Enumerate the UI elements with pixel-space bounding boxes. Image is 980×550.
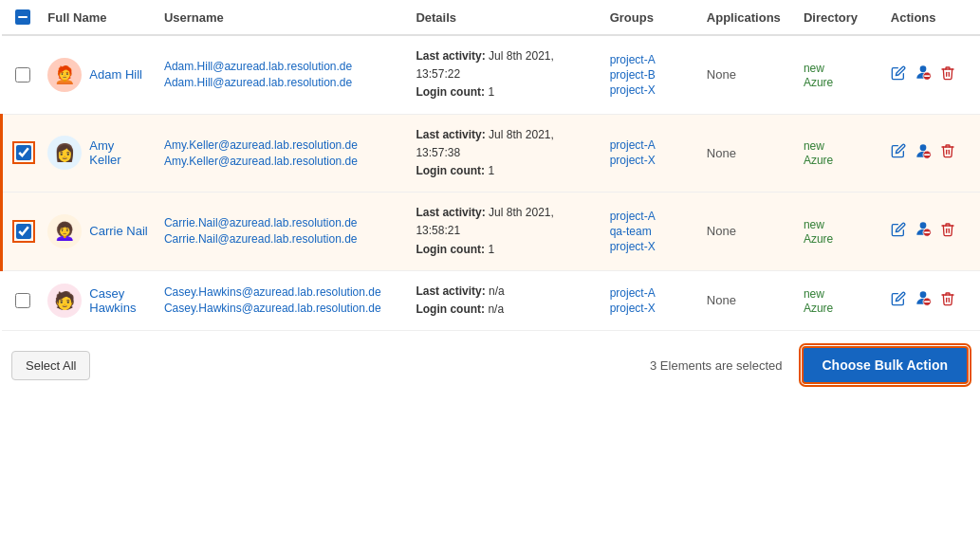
- user-email-primary[interactable]: Adam.Hill@azuread.lab.resolution.de: [164, 60, 401, 73]
- col-header-directory: Directory: [796, 0, 883, 35]
- user-email-secondary[interactable]: Amy.Keller@azuread.lab.resolution.de: [164, 155, 401, 168]
- user-groups: project-Aqa-teamproject-X: [610, 210, 692, 253]
- directory-link[interactable]: newAzure: [804, 287, 833, 315]
- user-groups: project-Aproject-X: [610, 138, 692, 167]
- user-name-link[interactable]: Carrie Nail: [89, 224, 147, 238]
- avatar: 🧑‍🦰: [47, 58, 82, 92]
- col-header-applications: Applications: [699, 0, 796, 35]
- group-link[interactable]: project-X: [610, 302, 692, 315]
- user-details: Last activity: Jul 8th 2021, 13:57:22Log…: [408, 35, 601, 114]
- user-directory: newAzure: [796, 114, 883, 192]
- user-applications: None: [699, 270, 796, 330]
- user-name-link[interactable]: Casey Hawkins: [89, 286, 149, 315]
- row-checkbox-carrie-nail[interactable]: [14, 224, 32, 239]
- table-row: 🧑Casey HawkinsCasey.Hawkins@azuread.lab.…: [2, 270, 981, 330]
- select-all-header-checkbox[interactable]: [13, 9, 33, 25]
- group-link[interactable]: project-X: [610, 83, 692, 97]
- users-table: Full Name Username Details Groups Applic…: [0, 0, 980, 331]
- group-link[interactable]: project-X: [610, 154, 692, 167]
- user-email-primary[interactable]: Amy.Keller@azuread.lab.resolution.de: [164, 138, 401, 152]
- avatar: 🧑: [47, 284, 82, 318]
- user-email-secondary[interactable]: Casey.Hawkins@azuread.lab.resolution.de: [164, 302, 401, 315]
- main-container: Full Name Username Details Groups Applic…: [0, 0, 980, 550]
- user-directory: newAzure: [796, 270, 883, 330]
- col-header-username: Username: [157, 0, 409, 35]
- table-row: 👩Amy KellerAmy.Keller@azuread.lab.resolu…: [2, 114, 981, 192]
- group-link[interactable]: project-A: [610, 210, 692, 223]
- col-header-fullname: Full Name: [40, 0, 157, 35]
- user-actions: [891, 141, 972, 165]
- row-checkbox-amy-keller[interactable]: [14, 145, 32, 160]
- table-row: 👩‍🦱Carrie NailCarrie.Nail@azuread.lab.re…: [2, 192, 981, 271]
- user-applications: None: [699, 114, 796, 192]
- footer: Select All 3 Elements are selected Choos…: [0, 331, 980, 395]
- delete-icon[interactable]: [940, 65, 955, 84]
- delete-icon[interactable]: [940, 291, 955, 310]
- col-header-details: Details: [408, 0, 601, 35]
- group-link[interactable]: project-A: [610, 138, 692, 152]
- row-checkbox-adam-hill[interactable]: [13, 67, 33, 82]
- elements-selected-count: 3 Elements are selected: [650, 358, 782, 373]
- col-header-groups: Groups: [602, 0, 699, 35]
- block-user-icon[interactable]: [914, 288, 933, 312]
- group-link[interactable]: qa-team: [610, 225, 692, 238]
- user-applications: None: [699, 192, 796, 271]
- block-user-icon[interactable]: [914, 141, 933, 165]
- group-link[interactable]: project-A: [610, 53, 692, 66]
- user-email-primary[interactable]: Carrie.Nail@azuread.lab.resolution.de: [164, 216, 401, 229]
- group-link[interactable]: project-B: [610, 68, 692, 82]
- avatar: 👩‍🦱: [47, 214, 82, 248]
- delete-icon[interactable]: [940, 222, 955, 241]
- svg-point-6: [919, 223, 926, 229]
- directory-link[interactable]: newAzure: [804, 139, 833, 167]
- user-actions: [891, 288, 972, 312]
- user-email-secondary[interactable]: Adam.Hill@azuread.lab.resolution.de: [164, 76, 401, 89]
- user-name-link[interactable]: Adam Hill: [89, 67, 142, 82]
- user-email-secondary[interactable]: Carrie.Nail@azuread.lab.resolution.de: [164, 232, 401, 246]
- user-name-link[interactable]: Amy Keller: [89, 138, 149, 167]
- svg-point-9: [919, 292, 926, 299]
- directory-link[interactable]: newAzure: [804, 218, 833, 246]
- svg-point-0: [919, 66, 926, 73]
- user-directory: newAzure: [796, 192, 883, 271]
- directory-link[interactable]: newAzure: [804, 62, 833, 89]
- row-checkbox-casey-hawkins[interactable]: [13, 293, 33, 308]
- user-email-primary[interactable]: Casey.Hawkins@azuread.lab.resolution.de: [164, 285, 401, 299]
- avatar: 👩: [47, 136, 82, 170]
- select-all-button[interactable]: Select All: [11, 351, 90, 380]
- user-groups: project-Aproject-X: [610, 286, 692, 315]
- user-actions: [891, 63, 972, 86]
- user-actions: [891, 219, 972, 243]
- edit-icon[interactable]: [891, 65, 906, 84]
- user-details: Last activity: Jul 8th 2021, 13:58:21Log…: [408, 192, 601, 271]
- edit-icon[interactable]: [891, 291, 906, 310]
- svg-point-3: [919, 144, 926, 151]
- bulk-action-button[interactable]: Choose Bulk Action: [802, 346, 970, 384]
- user-groups: project-Aproject-Bproject-X: [610, 53, 692, 97]
- block-user-icon[interactable]: [914, 63, 933, 86]
- delete-icon[interactable]: [940, 143, 955, 162]
- table-row: 🧑‍🦰Adam HillAdam.Hill@azuread.lab.resolu…: [2, 35, 981, 114]
- group-link[interactable]: project-A: [610, 286, 692, 300]
- user-details: Last activity: n/aLogin count: n/a: [408, 270, 601, 330]
- footer-right: 3 Elements are selected Choose Bulk Acti…: [650, 346, 969, 384]
- edit-icon[interactable]: [891, 143, 906, 162]
- col-header-actions: Actions: [883, 0, 980, 35]
- edit-icon[interactable]: [891, 222, 906, 241]
- user-details: Last activity: Jul 8th 2021, 13:57:38Log…: [408, 114, 601, 192]
- block-user-icon[interactable]: [914, 219, 933, 243]
- group-link[interactable]: project-X: [610, 240, 692, 253]
- user-applications: None: [699, 35, 796, 114]
- user-directory: newAzure: [796, 35, 883, 114]
